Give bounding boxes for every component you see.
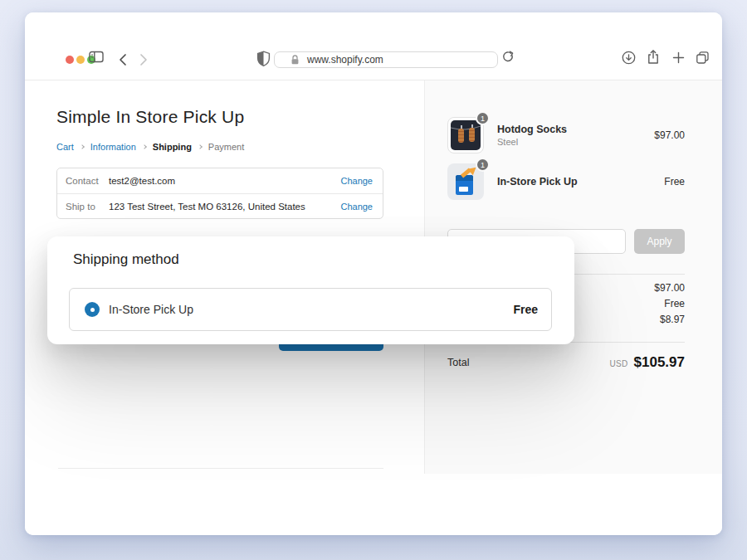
tab-overview-icon[interactable]	[696, 51, 710, 65]
total-currency: USD	[610, 359, 628, 368]
url-text: www.shopify.com	[307, 54, 383, 66]
shipping-option-label: In-Store Pick Up	[109, 303, 193, 316]
subtotal-value: $97.00	[654, 282, 685, 294]
line-item-pickup: 1 In-Store Pick Up Free	[447, 163, 685, 200]
taxes-value: $8.97	[660, 314, 685, 325]
item-name: In-Store Pick Up	[497, 176, 578, 187]
page-title: Simple In Store Pick Up	[56, 107, 244, 127]
shipping-option-price: Free	[513, 303, 538, 316]
line-item-hotdog-socks: 1 Hotdog Socks Steel $97.00	[447, 117, 685, 153]
reload-icon[interactable]	[502, 51, 515, 65]
share-icon[interactable]	[646, 49, 661, 66]
downloads-icon[interactable]	[622, 51, 636, 65]
browser-toolbar: www.shopify.com	[25, 12, 722, 80]
address-bar[interactable]: www.shopify.com	[274, 51, 498, 68]
ship-to-label: Ship to	[66, 202, 109, 212]
review-box: Contact test2@test.com Change Ship to 12…	[56, 168, 383, 219]
change-ship-to-link[interactable]: Change	[340, 202, 373, 212]
breadcrumb-chevron-icon	[142, 144, 147, 149]
breadcrumb-shipping: Shipping	[153, 142, 192, 152]
sidebar-toggle-icon[interactable]	[89, 51, 104, 63]
quantity-badge: 1	[476, 111, 490, 125]
checkout-page: Simple In Store Pick Up Cart Information…	[25, 80, 722, 535]
total-amount: $105.97	[634, 354, 685, 371]
breadcrumb-chevron-icon	[198, 144, 203, 149]
close-window-icon[interactable]	[66, 56, 74, 64]
shipping-method-title: Shipping method	[73, 251, 179, 268]
footer-divider	[58, 468, 383, 469]
contact-row: Contact test2@test.com Change	[57, 168, 383, 193]
total-label: Total	[447, 357, 469, 368]
lock-icon	[290, 54, 300, 66]
ship-to-value: 123 Test Street, Test MO 63126, United S…	[109, 202, 305, 212]
item-price: $97.00	[654, 129, 685, 141]
shipping-option-in-store-pickup[interactable]: In-Store Pick Up Free	[69, 288, 552, 331]
shipping-value: Free	[664, 298, 685, 309]
breadcrumb-cart[interactable]: Cart	[56, 142, 74, 152]
apply-discount-button[interactable]: Apply	[634, 229, 685, 254]
ship-to-row: Ship to 123 Test Street, Test MO 63126, …	[57, 193, 383, 218]
contact-label: Contact	[66, 176, 109, 186]
quantity-badge: 1	[476, 158, 490, 172]
breadcrumb-chevron-icon	[80, 144, 85, 149]
minimize-window-icon[interactable]	[76, 56, 85, 64]
back-icon[interactable]	[118, 53, 128, 66]
contact-value: test2@test.com	[109, 176, 175, 186]
breadcrumb: Cart Information Shipping Payment	[56, 142, 244, 152]
item-variant: Steel	[497, 137, 567, 147]
total-row: Total USD $105.97	[447, 353, 685, 373]
new-tab-icon[interactable]	[672, 51, 685, 64]
item-name: Hotdog Socks	[497, 124, 567, 135]
privacy-shield-icon[interactable]	[256, 51, 271, 67]
radio-selected-icon[interactable]	[85, 302, 100, 317]
breadcrumb-payment: Payment	[208, 142, 244, 152]
breadcrumb-information[interactable]: Information	[90, 142, 136, 152]
pickup-thumbnail: 1	[447, 163, 484, 200]
product-thumbnail: 1	[447, 117, 484, 153]
browser-window: www.shopify.com	[25, 12, 722, 535]
change-contact-link[interactable]: Change	[340, 176, 373, 186]
forward-icon[interactable]	[139, 53, 149, 66]
item-price: Free	[664, 176, 685, 187]
shipping-method-modal: Shipping method In-Store Pick Up Free	[47, 236, 574, 344]
